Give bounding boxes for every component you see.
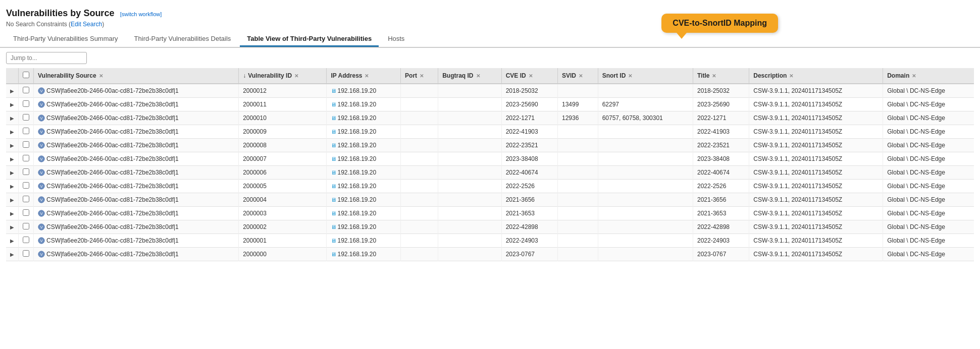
th-svid[interactable]: SVID ✕ bbox=[557, 68, 598, 84]
th-domain[interactable]: Domain ✕ bbox=[883, 68, 974, 84]
edit-search-link[interactable]: Edit Search bbox=[71, 21, 102, 28]
th-domain-close-icon[interactable]: ✕ bbox=[912, 73, 916, 79]
th-description-close-icon[interactable]: ✕ bbox=[789, 73, 793, 79]
row-checkbox[interactable] bbox=[23, 209, 29, 216]
expand-arrow-icon[interactable]: ▶ bbox=[10, 129, 14, 135]
th-title[interactable]: Title ✕ bbox=[693, 68, 749, 84]
expand-arrow-icon[interactable]: ▶ bbox=[10, 184, 14, 189]
th-vuln-source-close-icon[interactable]: ✕ bbox=[99, 73, 103, 79]
check-cell[interactable] bbox=[19, 111, 34, 125]
th-cve-close-icon[interactable]: ✕ bbox=[529, 73, 533, 79]
svg-text:V: V bbox=[40, 102, 43, 107]
row-checkbox[interactable] bbox=[23, 196, 29, 202]
check-cell[interactable] bbox=[19, 139, 34, 152]
cell-bugtraq-id bbox=[438, 139, 501, 152]
th-title-close-icon[interactable]: ✕ bbox=[712, 73, 716, 79]
expand-cell[interactable]: ▶ bbox=[6, 139, 19, 152]
th-snort-id[interactable]: Snort ID ✕ bbox=[598, 68, 693, 84]
th-bugtraq-close-icon[interactable]: ✕ bbox=[476, 73, 480, 79]
cell-description: CSW-3.9.1.1, 20240117134505Z bbox=[749, 98, 883, 111]
expand-cell[interactable]: ▶ bbox=[6, 152, 19, 166]
th-cve-id[interactable]: CVE ID ✕ bbox=[501, 68, 557, 84]
select-all-checkbox[interactable] bbox=[23, 72, 29, 78]
cell-domain: Global \ DC-NS-Edge bbox=[883, 111, 974, 125]
check-cell[interactable] bbox=[19, 180, 34, 193]
expand-cell[interactable]: ▶ bbox=[6, 207, 19, 220]
cell-ip-address: 🖥192.168.19.20 bbox=[327, 84, 401, 98]
check-cell[interactable] bbox=[19, 125, 34, 139]
vuln-source-text: CSW|fa6ee20b-2466-00ac-cd81-72be2b38c0df… bbox=[46, 87, 179, 94]
expand-arrow-icon[interactable]: ▶ bbox=[10, 252, 14, 257]
check-cell[interactable] bbox=[19, 193, 34, 207]
th-bugtraq-id[interactable]: Bugtraq ID ✕ bbox=[438, 68, 501, 84]
jump-input[interactable] bbox=[6, 52, 87, 64]
expand-arrow-icon[interactable]: ▶ bbox=[10, 143, 14, 148]
vuln-source-icon: V bbox=[38, 114, 45, 122]
check-cell[interactable] bbox=[19, 98, 34, 111]
cell-cve-id: 2022-42898 bbox=[501, 220, 557, 234]
tab-hosts[interactable]: Hosts bbox=[381, 32, 411, 47]
svg-text:V: V bbox=[40, 89, 43, 93]
row-checkbox[interactable] bbox=[23, 87, 29, 93]
check-cell[interactable] bbox=[19, 234, 34, 248]
th-vuln-source[interactable]: Vulnerability Source ✕ bbox=[34, 68, 239, 84]
th-svid-close-icon[interactable]: ✕ bbox=[579, 73, 583, 79]
expand-arrow-icon[interactable]: ▶ bbox=[10, 115, 14, 121]
tab-third-party-summary[interactable]: Third-Party Vulnerabilities Summary bbox=[6, 32, 125, 47]
check-cell[interactable] bbox=[19, 220, 34, 234]
expand-cell[interactable]: ▶ bbox=[6, 180, 19, 193]
tab-third-party-details[interactable]: Third-Party Vulnerabilities Details bbox=[127, 32, 238, 47]
expand-arrow-icon[interactable]: ▶ bbox=[10, 88, 14, 94]
check-cell[interactable] bbox=[19, 248, 34, 261]
row-checkbox[interactable] bbox=[23, 100, 29, 107]
expand-cell[interactable]: ▶ bbox=[6, 193, 19, 207]
ip-text: 192.168.19.20 bbox=[337, 196, 376, 203]
row-checkbox[interactable] bbox=[23, 237, 29, 243]
th-expand bbox=[6, 68, 19, 84]
row-checkbox[interactable] bbox=[23, 182, 29, 189]
tab-table-view[interactable]: Table View of Third-Party Vulnerabilitie… bbox=[240, 32, 379, 47]
expand-arrow-icon[interactable]: ▶ bbox=[10, 211, 14, 216]
cell-description: CSW-3.9.1.1, 20240117134505Z bbox=[749, 139, 883, 152]
expand-arrow-icon[interactable]: ▶ bbox=[10, 238, 14, 244]
check-cell[interactable] bbox=[19, 152, 34, 166]
th-snort-close-icon[interactable]: ✕ bbox=[628, 73, 632, 79]
th-port-close-icon[interactable]: ✕ bbox=[420, 73, 424, 79]
expand-arrow-icon[interactable]: ▶ bbox=[10, 224, 14, 230]
cell-vuln-id: 2000008 bbox=[239, 139, 327, 152]
th-description[interactable]: Description ✕ bbox=[749, 68, 883, 84]
row-checkbox[interactable] bbox=[23, 168, 29, 175]
expand-cell[interactable]: ▶ bbox=[6, 234, 19, 248]
th-vuln-id[interactable]: ↓ Vulnerability ID ✕ bbox=[239, 68, 327, 84]
th-cve-label: CVE ID bbox=[506, 72, 526, 79]
expand-cell[interactable]: ▶ bbox=[6, 111, 19, 125]
expand-arrow-icon[interactable]: ▶ bbox=[10, 156, 14, 162]
page-title: Vulnerabilities by Source bbox=[6, 8, 114, 18]
expand-arrow-icon[interactable]: ▶ bbox=[10, 197, 14, 203]
expand-cell[interactable]: ▶ bbox=[6, 84, 19, 98]
th-port[interactable]: Port ✕ bbox=[401, 68, 438, 84]
check-cell[interactable] bbox=[19, 84, 34, 98]
cell-port bbox=[401, 207, 438, 220]
expand-cell[interactable]: ▶ bbox=[6, 166, 19, 180]
expand-arrow-icon[interactable]: ▶ bbox=[10, 102, 14, 107]
row-checkbox[interactable] bbox=[23, 223, 29, 229]
th-ip-address[interactable]: IP Address ✕ bbox=[327, 68, 401, 84]
expand-cell[interactable]: ▶ bbox=[6, 125, 19, 139]
check-cell[interactable] bbox=[19, 207, 34, 220]
expand-cell[interactable]: ▶ bbox=[6, 98, 19, 111]
row-checkbox[interactable] bbox=[23, 155, 29, 161]
expand-cell[interactable]: ▶ bbox=[6, 220, 19, 234]
th-vuln-id-close-icon[interactable]: ✕ bbox=[294, 73, 298, 79]
ip-monitor-icon: 🖥 bbox=[331, 210, 336, 216]
row-checkbox[interactable] bbox=[23, 250, 29, 257]
th-ip-close-icon[interactable]: ✕ bbox=[365, 73, 369, 79]
row-checkbox[interactable] bbox=[23, 114, 29, 121]
row-checkbox[interactable] bbox=[23, 141, 29, 148]
switch-workflow-link[interactable]: [switch workflow] bbox=[120, 11, 162, 17]
expand-cell[interactable]: ▶ bbox=[6, 248, 19, 261]
check-cell[interactable] bbox=[19, 166, 34, 180]
row-checkbox[interactable] bbox=[23, 128, 29, 134]
expand-arrow-icon[interactable]: ▶ bbox=[10, 170, 14, 176]
table-header-row: Vulnerability Source ✕ ↓ Vulnerability I… bbox=[6, 68, 974, 84]
